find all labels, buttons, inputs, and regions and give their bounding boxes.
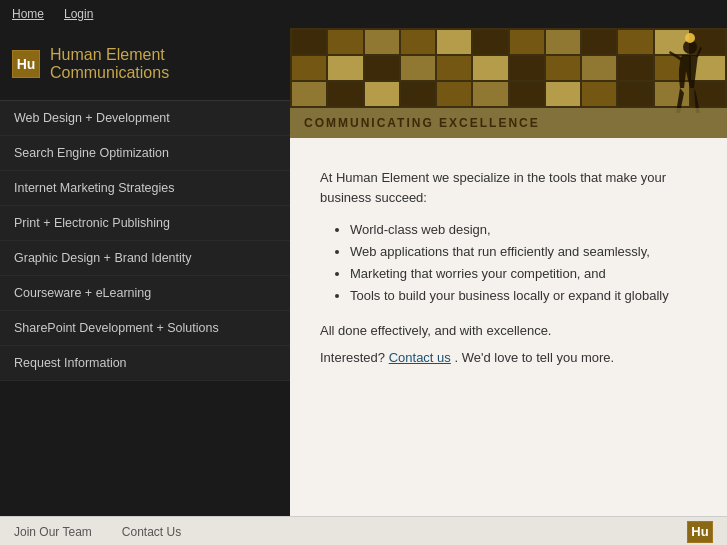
tile: [328, 82, 362, 106]
interested-suffix: . We'd love to tell you more.: [454, 350, 614, 365]
tile: [401, 56, 435, 80]
tile: [546, 82, 580, 106]
login-link[interactable]: Login: [64, 7, 93, 21]
tile: [473, 82, 507, 106]
tile: [473, 56, 507, 80]
tile: [328, 56, 362, 80]
tile: [546, 30, 580, 54]
hero-banner: COMMUNICATING EXCELLENCE: [290, 108, 727, 138]
bullet-item-3: Marketing that worries your competition,…: [350, 263, 697, 285]
nav-item-publishing[interactable]: Print + Electronic Publishing: [0, 206, 290, 241]
logo-icon: Hu: [12, 50, 40, 78]
bullet-item-4: Tools to build your business locally or …: [350, 285, 697, 307]
sidebar: Hu Human Element Communications Web Desi…: [0, 28, 290, 516]
tile: [365, 56, 399, 80]
tile: [582, 82, 616, 106]
tile: [510, 30, 544, 54]
tile: [365, 30, 399, 54]
tile: [401, 82, 435, 106]
logo-area: Hu Human Element Communications: [0, 28, 290, 101]
tile: [437, 56, 471, 80]
contact-us-link[interactable]: Contact us: [389, 350, 451, 365]
bullet-list: World-class web design, Web applications…: [320, 219, 697, 307]
nav-item-graphic-design[interactable]: Graphic Design + Brand Identity: [0, 241, 290, 276]
join-team-link[interactable]: Join Our Team: [14, 525, 92, 539]
tile: [582, 56, 616, 80]
main-layout: Hu Human Element Communications Web Desi…: [0, 28, 727, 516]
nav-item-web-design[interactable]: Web Design + Development: [0, 101, 290, 136]
bullet-item-1: World-class web design,: [350, 219, 697, 241]
top-navigation: Home Login: [0, 0, 727, 28]
tile: [510, 82, 544, 106]
footer-links: Join Our Team Contact Us: [14, 525, 181, 539]
tile: [365, 82, 399, 106]
closing-paragraph: All done effectively, and with excellenc…: [320, 321, 697, 342]
tile: [437, 30, 471, 54]
bullet-item-2: Web applications that run efficiently an…: [350, 241, 697, 263]
tile: [546, 56, 580, 80]
tile: [401, 30, 435, 54]
tile: [328, 30, 362, 54]
hero-banner-text: COMMUNICATING EXCELLENCE: [304, 116, 540, 130]
tile: [437, 82, 471, 106]
tile: [292, 82, 326, 106]
hero-image: COMMUNICATING EXCELLENCE: [290, 28, 727, 138]
tile: [510, 56, 544, 80]
content-area: COMMUNICATING EXCELLENCE At Human Elemen…: [290, 28, 727, 516]
intro-paragraph: At Human Element we specialize in the to…: [320, 168, 697, 207]
tile: [473, 30, 507, 54]
svg-point-1: [685, 33, 695, 43]
tile: [292, 30, 326, 54]
home-link[interactable]: Home: [12, 7, 44, 21]
company-name: Human Element Communications: [50, 46, 278, 82]
tile: [582, 30, 616, 54]
tile: [292, 56, 326, 80]
nav-menu: Web Design + Development Search Engine O…: [0, 101, 290, 516]
nav-item-sharepoint[interactable]: SharePoint Development + Solutions: [0, 311, 290, 346]
nav-item-courseware[interactable]: Courseware + eLearning: [0, 276, 290, 311]
nav-item-request-info[interactable]: Request Information: [0, 346, 290, 381]
nav-item-seo[interactable]: Search Engine Optimization: [0, 136, 290, 171]
main-content: At Human Element we specialize in the to…: [290, 138, 727, 516]
interested-paragraph: Interested? Contact us . We'd love to te…: [320, 348, 697, 369]
footer: Join Our Team Contact Us Hu: [0, 516, 727, 545]
nav-item-internet-marketing[interactable]: Internet Marketing Strategies: [0, 171, 290, 206]
footer-logo: Hu: [687, 521, 713, 543]
interested-prefix: Interested?: [320, 350, 385, 365]
contact-us-footer-link[interactable]: Contact Us: [122, 525, 181, 539]
